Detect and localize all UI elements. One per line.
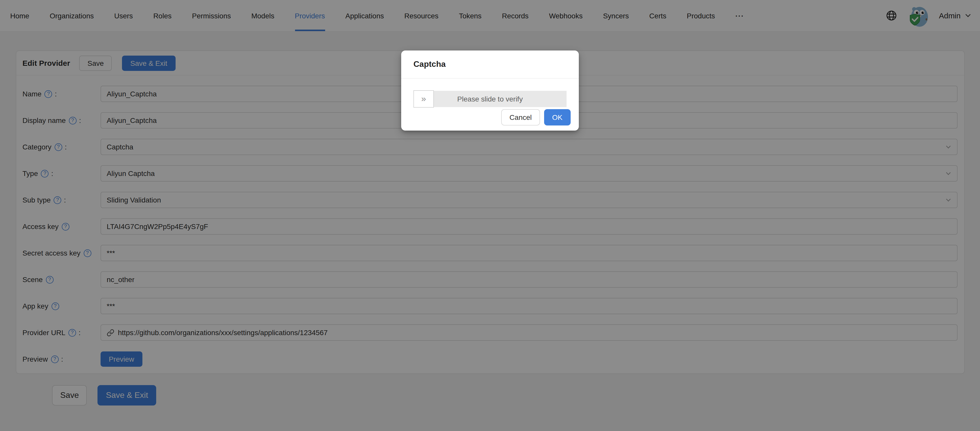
captcha-slider[interactable]: Please slide to verify » <box>414 91 566 107</box>
cancel-button[interactable]: Cancel <box>501 109 540 125</box>
slider-hint-text: Please slide to verify <box>414 91 566 107</box>
captcha-modal: Captcha Please slide to verify » Cancel … <box>401 51 579 131</box>
modal-header: Captcha <box>401 51 579 79</box>
modal-title: Captcha <box>414 59 566 70</box>
modal-body: Please slide to verify » <box>401 79 579 107</box>
slider-handle[interactable]: » <box>414 90 434 108</box>
modal-footer: Cancel OK <box>401 107 579 131</box>
app-root: Home Organizations Users Roles Permissio… <box>0 0 980 431</box>
double-chevron-right-icon: » <box>422 94 426 104</box>
ok-button[interactable]: OK <box>544 109 571 125</box>
